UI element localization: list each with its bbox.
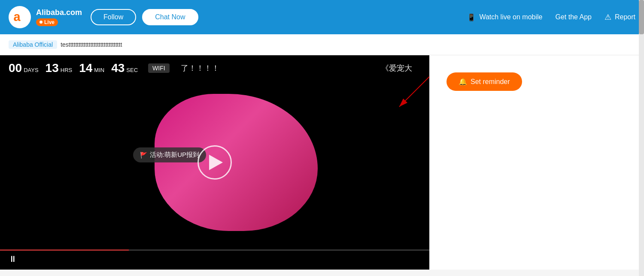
- breadcrumb-current: testttttttttttttttttttttttttttttttt: [61, 41, 122, 48]
- sec-number: 43: [111, 61, 125, 75]
- logo-area: a Alibaba.com Live: [9, 6, 82, 28]
- activity-tag: 🚩 活动:萌新UP报到: [133, 147, 206, 162]
- follow-button[interactable]: Follow: [91, 9, 136, 25]
- flag-icon: 🚩: [140, 152, 147, 159]
- chat-now-button[interactable]: Chat Now: [142, 9, 198, 25]
- video-bottom-bar: ⏸: [0, 248, 429, 270]
- play-triangle-icon: [209, 155, 223, 170]
- header: a Alibaba.com Live Follow Chat Now 📱 Wat…: [0, 0, 644, 34]
- set-reminder-button[interactable]: 🔔 Set reminder: [447, 72, 522, 91]
- min-label: MIN: [94, 67, 104, 73]
- dumbbell-visual: [155, 94, 318, 231]
- watch-mobile-item[interactable]: 📱 Watch live on mobile: [467, 13, 542, 21]
- hrs-label: HRS: [61, 67, 72, 73]
- sec-label: SEC: [126, 67, 138, 73]
- days-label: DAYS: [24, 67, 38, 73]
- wifi-badge: WIFI: [148, 63, 170, 73]
- countdown-sec: 43 SEC: [111, 61, 138, 75]
- breadcrumb-link[interactable]: Alibaba Official: [9, 40, 57, 49]
- video-controls-icon[interactable]: ⏸: [9, 254, 17, 264]
- header-buttons: Follow Chat Now: [91, 9, 198, 25]
- right-panel: 🔔 Set reminder: [429, 55, 644, 270]
- chinese-text: 《爱宠大: [381, 63, 412, 73]
- countdown-bar: 00 DAYS 13 HRS 14 MIN 43 SEC WIFI 了！！！！ …: [0, 55, 429, 81]
- report-item[interactable]: ⚠ Report: [605, 12, 635, 22]
- scrollbar-thumb[interactable]: [639, 0, 644, 34]
- alibaba-logo: a: [9, 6, 31, 28]
- main-content: 00 DAYS 13 HRS 14 MIN 43 SEC WIFI 了！！！！ …: [0, 55, 644, 270]
- activity-text: 活动:萌新UP报到: [150, 151, 199, 159]
- warning-icon: ⚠: [605, 12, 611, 22]
- breadcrumb: Alibaba Official testttttttttttttttttttt…: [0, 34, 644, 55]
- logo-name: Alibaba.com: [36, 8, 82, 18]
- days-number: 00: [9, 61, 22, 75]
- hrs-number: 13: [46, 61, 59, 75]
- countdown-hrs: 13 HRS: [46, 61, 73, 75]
- play-button[interactable]: [197, 145, 232, 180]
- countdown-min: 14 MIN: [79, 61, 104, 75]
- get-app-item[interactable]: Get the App: [555, 13, 592, 21]
- overlay-text: 了！！！！: [181, 63, 219, 73]
- live-dot: [39, 21, 43, 24]
- countdown-days: 00 DAYS: [9, 61, 39, 75]
- logo-text: Alibaba.com Live: [36, 8, 82, 26]
- scrollbar[interactable]: [639, 0, 644, 270]
- live-badge: Live: [36, 18, 58, 26]
- min-number: 14: [79, 61, 92, 75]
- header-right: 📱 Watch live on mobile Get the App ⚠ Rep…: [467, 12, 635, 22]
- reminder-section: 🔔 Set reminder: [429, 55, 644, 99]
- svg-text:a: a: [14, 10, 21, 24]
- mobile-icon: 📱: [467, 13, 476, 21]
- bell-icon: 🔔: [459, 78, 467, 86]
- video-dark-left: [0, 55, 155, 270]
- video-container: 00 DAYS 13 HRS 14 MIN 43 SEC WIFI 了！！！！ …: [0, 55, 429, 270]
